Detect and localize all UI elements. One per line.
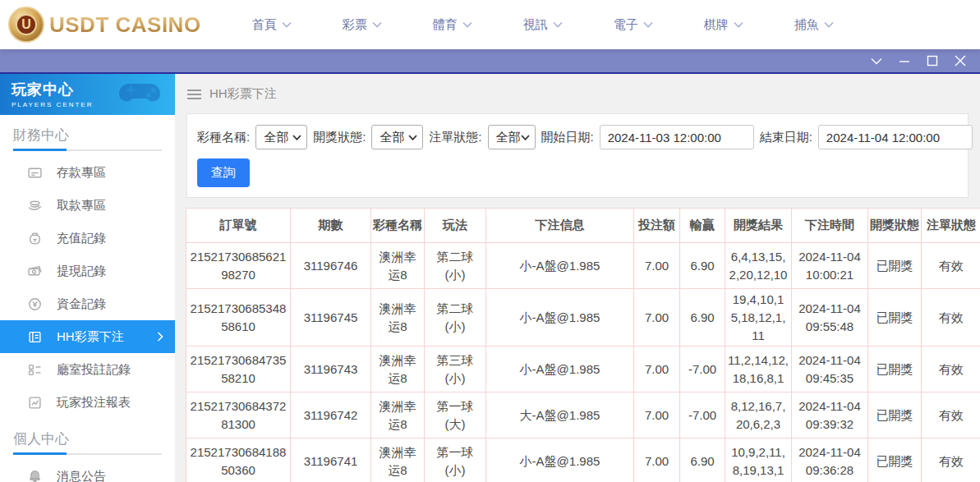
sidebar-item-hh-lottery-bets[interactable]: HH彩票下注	[0, 320, 175, 353]
table-cell: 已開獎	[868, 289, 922, 347]
nav-label: 視訊	[523, 17, 548, 33]
column-header: 彩種名稱	[371, 209, 425, 243]
sidebar-item-label: 資金記錄	[57, 296, 106, 312]
table-cell: 第二球(小)	[425, 243, 486, 289]
table-cell: 已開獎	[868, 438, 922, 482]
column-header: 輸贏	[680, 209, 725, 243]
maximize-icon	[927, 55, 938, 67]
table-cell: 小-A盤@1.985	[486, 438, 634, 482]
caret-down-icon	[292, 135, 301, 140]
lottery-name-label: 彩種名稱:	[197, 130, 250, 145]
section-underline	[13, 453, 162, 455]
sidebar-item-withdraw[interactable]: 取款專區	[0, 189, 175, 222]
table-cell: 6.90	[680, 243, 725, 289]
start-date-label: 開始日期:	[541, 130, 594, 145]
table-cell: 7.00	[634, 392, 680, 438]
close-button[interactable]	[952, 53, 968, 69]
lottery-name-select[interactable]: 全部	[255, 125, 307, 149]
brand-name: USDT CASINO	[49, 12, 201, 38]
end-date-label: 結束日期:	[760, 130, 812, 145]
sidebar-item-announcements[interactable]: 消息公告	[0, 460, 175, 482]
sidebar-item-label: HH彩票下注	[57, 329, 124, 345]
order-status-label: 注單狀態:	[429, 130, 481, 145]
nav-item-lottery[interactable]: 彩票	[343, 17, 382, 33]
sidebar-item-player-bet-report[interactable]: 玩家投注報表	[0, 386, 175, 419]
bet-records-table: 訂單號期數彩種名稱玩法下注信息投注額輸贏開獎結果下注時間開獎狀態注單狀態 215…	[186, 208, 980, 482]
breadcrumb: HH彩票下注	[175, 74, 980, 111]
nav-item-home[interactable]: 首頁	[252, 17, 292, 33]
selected-value: 全部	[264, 130, 288, 145]
table-cell: 小-A盤@1.985	[486, 347, 634, 392]
table-cell: 2024-11-04 09:36:28	[792, 438, 868, 482]
brand-logo[interactable]: U USDT CASINO	[0, 7, 201, 43]
nav-item-sports[interactable]: 體育	[433, 17, 472, 33]
sidebar-item-label: 提現記錄	[57, 264, 106, 279]
table-cell: 小-A盤@1.985	[486, 243, 634, 289]
table-cell: 有效	[922, 347, 980, 392]
chevron-down-icon	[824, 21, 834, 28]
usdt-coin-icon: U	[8, 7, 44, 43]
start-date-input[interactable]	[600, 125, 754, 149]
main-content: HH彩票下注 彩種名稱: 全部 開獎狀態: 全部 注單狀態: 全部	[175, 74, 980, 482]
table-cell: 第二球(小)	[425, 289, 486, 347]
table-row: 215217306853485861031196745澳洲幸运8第二球(小)小-…	[186, 289, 980, 347]
chevron-down-icon	[553, 21, 563, 28]
column-header: 注單狀態	[922, 209, 980, 243]
end-date-input[interactable]	[818, 125, 973, 149]
window-dropdown-button[interactable]	[868, 53, 885, 69]
table-cell: 澳洲幸运8	[371, 347, 425, 392]
table-cell: 2152173068562198270	[186, 243, 291, 289]
sidebar-item-recharge-records[interactable]: 充值記錄	[0, 222, 175, 255]
menu-toggle-icon[interactable]	[187, 90, 201, 99]
nav-label: 彩票	[343, 17, 367, 33]
sidebar-item-hall-bet-records[interactable]: 廳室投註記錄	[0, 353, 175, 386]
table-row: 215217306856219827031196746澳洲幸运8第二球(小)小-…	[186, 243, 980, 289]
table-cell: 7.00	[634, 347, 680, 392]
sidebar-item-funds-records[interactable]: 資金記錄	[0, 287, 175, 320]
table-cell: 2152173068534858610	[186, 289, 291, 347]
table-row: 215217306843728130031196742澳洲幸运8第一球(大)大-…	[186, 392, 980, 438]
caret-down-icon	[408, 135, 417, 140]
table-cell: 第一球(大)	[425, 392, 486, 438]
table-cell: -7.00	[680, 392, 725, 438]
nav-item-fishing[interactable]: 捕魚	[794, 17, 834, 33]
column-header: 下注時間	[792, 209, 868, 243]
nav-item-cards[interactable]: 棋牌	[704, 17, 743, 33]
table-cell: 7.00	[634, 243, 680, 289]
caret-down-icon	[521, 135, 530, 140]
search-button[interactable]: 查詢	[197, 158, 250, 187]
section-personal-center: 個人中心	[0, 419, 175, 453]
banknote-icon	[28, 264, 42, 278]
chevron-down-icon	[462, 21, 472, 28]
order-status-select[interactable]: 全部	[488, 125, 536, 149]
maximize-button[interactable]	[924, 53, 941, 69]
chevron-down-icon	[871, 57, 882, 65]
section-underline	[13, 149, 162, 151]
chevron-down-icon	[372, 21, 382, 28]
logo-letter: U	[16, 14, 37, 35]
table-header-row: 訂單號期數彩種名稱玩法下注信息投注額輸贏開獎結果下注時間開獎狀態注單狀態	[186, 209, 980, 243]
sidebar-item-deposit[interactable]: 存款專區	[0, 156, 175, 189]
table-cell: 19,4,10,15,18,12,1,11	[725, 289, 792, 347]
chevron-down-icon	[282, 21, 292, 28]
column-header: 開獎結果	[725, 209, 792, 243]
nav-item-slots[interactable]: 電子	[614, 17, 653, 33]
top-navigation-bar: U USDT CASINO 首頁 彩票 體育 視訊 電子 棋牌 捕魚	[0, 0, 980, 49]
draw-status-select[interactable]: 全部	[371, 125, 423, 149]
table-cell: 已開獎	[868, 392, 922, 438]
table-cell: 第一球(小)	[425, 438, 486, 482]
column-header: 玩法	[425, 209, 486, 243]
sidebar-item-withdrawal-records[interactable]: 提現記錄	[0, 255, 175, 287]
table-cell: 澳洲幸运8	[371, 243, 425, 289]
minimize-button[interactable]	[896, 53, 913, 69]
nav-item-live[interactable]: 視訊	[523, 17, 563, 33]
chevron-down-icon	[734, 21, 743, 28]
sidebar-item-label: 消息公告	[57, 469, 106, 482]
chevron-right-icon	[157, 332, 163, 342]
table-cell: 小-A盤@1.985	[486, 289, 634, 347]
table-cell: 31196745	[291, 289, 371, 347]
filter-row: 彩種名稱: 全部 開獎狀態: 全部 注單狀態: 全部 開始日期: 結束日期:	[197, 125, 958, 149]
sidebar-item-label: 充值記錄	[57, 231, 106, 246]
page-title: HH彩票下注	[209, 86, 277, 102]
table-cell: 有效	[922, 243, 980, 289]
